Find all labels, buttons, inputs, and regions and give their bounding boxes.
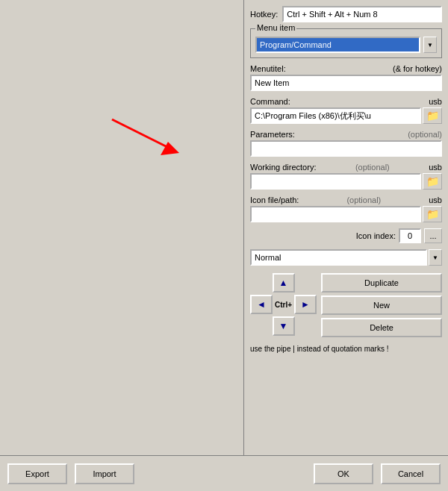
normal-select-display[interactable]: Normal xyxy=(250,249,427,266)
hotkey-row: Hotkey: xyxy=(250,6,442,22)
working-dir-folder-btn[interactable]: 📁 xyxy=(423,173,442,190)
icon-index-row: Icon index: ... xyxy=(250,228,442,243)
command-input[interactable] xyxy=(250,107,421,124)
working-dir-optional: (optional) xyxy=(355,163,390,172)
bottom-right-buttons: OK Cancel xyxy=(314,463,441,484)
icon-index-ellipsis-btn[interactable]: ... xyxy=(424,228,442,243)
parameters-input[interactable] xyxy=(250,140,442,157)
command-label: Command: xyxy=(250,97,290,106)
parameters-label: Parameters: xyxy=(250,130,295,139)
ok-btn[interactable]: OK xyxy=(314,463,373,484)
bottom-left-buttons: Export Import xyxy=(7,463,134,484)
move-left-btn[interactable]: ◄ xyxy=(250,295,273,314)
menu-item-select-row: Program/Command ▼ xyxy=(255,37,437,53)
right-panel: Hotkey: Menu item Program/Command ▼ Menu… xyxy=(244,0,448,455)
menu-item-group: Menu item Program/Command ▼ xyxy=(250,28,442,58)
svg-line-0 xyxy=(112,119,172,149)
left-panel xyxy=(0,0,244,455)
menutitel-input[interactable] xyxy=(250,75,442,91)
icon-file-optional: (optional) xyxy=(346,196,381,204)
bottom-bar: Export Import OK Cancel xyxy=(0,455,448,491)
move-right-btn[interactable]: ► xyxy=(294,295,317,314)
cancel-btn[interactable]: Cancel xyxy=(381,463,441,484)
delete-btn[interactable]: Delete xyxy=(321,318,442,337)
command-folder-btn[interactable]: 📁 xyxy=(423,107,442,124)
icon-file-field: Icon file/path: (optional) usb 📁 xyxy=(250,196,442,222)
icon-file-input-row: 📁 xyxy=(250,206,442,222)
command-usb: usb xyxy=(429,97,442,106)
working-dir-field: Working directory: (optional) usb 📁 xyxy=(250,163,442,190)
hotkey-input[interactable] xyxy=(282,6,442,22)
nav-lr-row: ◄ Ctrl+ ► xyxy=(250,295,317,314)
menu-item-dropdown-btn[interactable]: ▼ xyxy=(423,37,437,53)
parameters-optional: (optional) xyxy=(408,130,442,139)
normal-row: Normal ▼ xyxy=(250,249,442,266)
working-dir-label: Working directory: xyxy=(250,163,316,172)
icon-file-label: Icon file/path: xyxy=(250,196,299,204)
icon-file-folder-btn[interactable]: 📁 xyxy=(423,206,442,222)
working-dir-input[interactable] xyxy=(250,173,421,190)
working-dir-usb: usb xyxy=(429,163,442,172)
icon-index-input[interactable] xyxy=(399,228,421,243)
ctrl-label: Ctrl+ xyxy=(275,301,292,309)
duplicate-btn[interactable]: Duplicate xyxy=(321,273,442,293)
menutitel-field: Menutitel: (& for hotkey) xyxy=(250,64,442,91)
menu-item-select-display[interactable]: Program/Command xyxy=(255,37,420,53)
move-up-btn[interactable]: ▲ xyxy=(273,273,295,293)
command-field: Command: usb 📁 xyxy=(250,97,442,124)
command-input-row: 📁 xyxy=(250,107,442,124)
menu-item-legend: Menu item xyxy=(255,23,296,32)
arrow-indicator xyxy=(105,112,194,157)
menutitel-hint: (& for hotkey) xyxy=(393,64,442,73)
export-btn[interactable]: Export xyxy=(7,463,67,484)
menutitel-label: Menutitel: xyxy=(250,64,286,73)
parameters-field: Parameters: (optional) xyxy=(250,130,442,157)
new-btn[interactable]: New xyxy=(321,295,442,315)
side-buttons: Duplicate New Delete xyxy=(321,273,442,337)
icon-index-label: Icon index: xyxy=(356,231,396,240)
move-down-btn[interactable]: ▼ xyxy=(273,316,295,336)
import-btn[interactable]: Import xyxy=(75,463,134,484)
icon-file-input[interactable] xyxy=(250,206,421,222)
icon-file-usb: usb xyxy=(429,196,442,204)
note-text: use the pipe | instead of quotation mark… xyxy=(250,343,442,354)
action-buttons-area: ▲ ◄ Ctrl+ ► ▼ Duplicate New Delete xyxy=(250,273,442,337)
normal-dropdown-btn[interactable]: ▼ xyxy=(429,249,442,266)
hotkey-label: Hotkey: xyxy=(250,10,278,19)
nav-buttons: ▲ ◄ Ctrl+ ► ▼ xyxy=(250,273,317,337)
working-dir-input-row: 📁 xyxy=(250,173,442,190)
